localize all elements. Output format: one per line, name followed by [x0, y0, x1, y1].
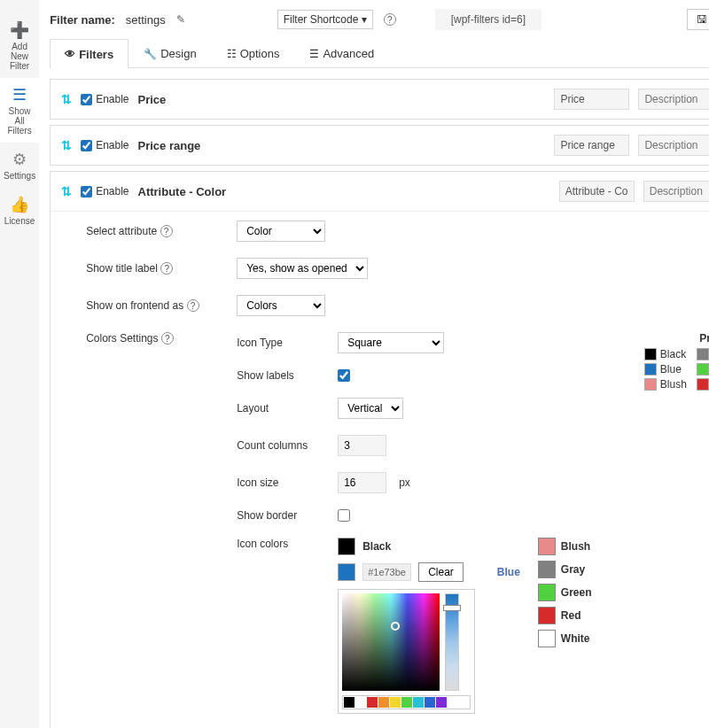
- help-icon[interactable]: ?: [161, 332, 174, 345]
- filter-desc-input[interactable]: [638, 135, 709, 156]
- show-frontend-select[interactable]: Colors: [237, 295, 325, 316]
- sidebar-label: License: [4, 216, 35, 226]
- drag-handle-icon[interactable]: ⇅: [61, 184, 72, 198]
- show-labels-label: Show labels: [237, 369, 325, 382]
- sidebar-item-settings[interactable]: ⚙Settings: [0, 143, 39, 188]
- hue-thumb[interactable]: [443, 605, 461, 611]
- eye-icon: 👁: [65, 48, 75, 60]
- tab-label: Design: [160, 47, 196, 60]
- tab-label: Advanced: [323, 47, 374, 60]
- preview-swatch: Blue: [644, 363, 688, 376]
- grid-icon: ☷: [227, 48, 237, 60]
- tabs: 👁Filters 🔧Design ☷Options ☰Advanced: [50, 39, 709, 68]
- color-option[interactable]: Red: [538, 607, 618, 624]
- sidebar-label: Show All Filters: [7, 106, 31, 136]
- header-row: Filter name: settings ✎ Filter Shortcode…: [50, 9, 709, 30]
- shortcode-select[interactable]: Filter Shortcode ▾: [277, 10, 373, 29]
- select-attribute-label: Select attribute ?: [86, 225, 228, 237]
- list-icon: ☰: [4, 85, 35, 105]
- filter-title: Price range: [138, 139, 546, 152]
- enable-checkbox[interactable]: Enable: [81, 93, 129, 105]
- tab-advanced[interactable]: ☰Advanced: [294, 39, 389, 67]
- save-button[interactable]: 🖫 Save: [687, 9, 709, 30]
- palette-swatch[interactable]: [390, 697, 401, 708]
- preview-swatch: Black: [644, 348, 688, 360]
- icon-colors-label: Icon colors: [237, 538, 325, 550]
- filter-name-input[interactable]: [554, 89, 629, 110]
- palette-swatch[interactable]: [401, 697, 412, 708]
- preview-box: Preview BlackGrayWhiteBlueGreenBlushRed: [644, 332, 709, 391]
- show-labels-checkbox[interactable]: [338, 369, 350, 382]
- palette-swatch[interactable]: [355, 697, 366, 708]
- pencil-icon[interactable]: ✎: [176, 13, 185, 26]
- enable-checkbox[interactable]: Enable: [81, 139, 129, 151]
- color-option[interactable]: Blush: [538, 538, 618, 555]
- tab-label: Filters: [79, 48, 113, 61]
- palette-swatch[interactable]: [344, 697, 354, 708]
- palette-swatch[interactable]: [367, 697, 378, 708]
- colors-settings-label: Colors Settings ?: [86, 332, 228, 345]
- color-option[interactable]: White: [538, 630, 618, 647]
- filter-desc-input[interactable]: [643, 181, 709, 202]
- filter-name-value: settings: [126, 13, 166, 27]
- icon-size-input[interactable]: [338, 472, 386, 493]
- palette-row: [342, 695, 471, 709]
- preview-title: Preview: [644, 332, 709, 345]
- drag-handle-icon[interactable]: ⇅: [61, 92, 72, 106]
- color-picker[interactable]: [338, 589, 475, 714]
- tab-label: Options: [240, 47, 280, 60]
- color-swatch-blue[interactable]: [338, 563, 355, 581]
- hex-input[interactable]: [362, 563, 411, 581]
- sidebar-item-license[interactable]: 👍License: [0, 188, 39, 233]
- tab-options[interactable]: ☷Options: [212, 39, 295, 67]
- help-icon[interactable]: ?: [187, 299, 199, 312]
- help-icon[interactable]: ?: [160, 225, 173, 237]
- color-swatch-black[interactable]: [338, 538, 355, 555]
- plus-circle-icon: ➕: [4, 20, 35, 40]
- saturation-square[interactable]: [342, 593, 440, 691]
- palette-swatch[interactable]: [378, 697, 389, 708]
- hue-slider[interactable]: [445, 593, 459, 691]
- palette-swatch[interactable]: [436, 697, 447, 708]
- show-border-checkbox[interactable]: [338, 509, 350, 522]
- filter-desc-input[interactable]: [638, 89, 709, 110]
- help-icon[interactable]: ?: [160, 262, 173, 275]
- count-columns-input[interactable]: [338, 435, 386, 456]
- color-option[interactable]: Green: [538, 584, 618, 601]
- filter-title: Price: [138, 93, 546, 106]
- thumbs-up-icon: 👍: [4, 195, 35, 214]
- icon-type-label: Icon Type: [237, 337, 325, 349]
- help-icon[interactable]: ?: [384, 13, 396, 26]
- filter-block-pricerange: ⇅ Enable Price range Show options ⌄: [50, 125, 709, 166]
- filter-name-label: Filter name:: [50, 13, 115, 27]
- preview-swatch: Blush: [644, 378, 688, 391]
- select-attribute[interactable]: Color: [237, 221, 325, 242]
- picker-dragger[interactable]: [391, 622, 400, 631]
- sidebar-label: Settings: [4, 171, 35, 181]
- filter-block-price: ⇅ Enable Price Show options ⌄: [50, 79, 709, 120]
- show-title-label: Show title label ?: [86, 262, 228, 275]
- palette-swatch[interactable]: [425, 697, 435, 708]
- tab-filters[interactable]: 👁Filters: [50, 39, 129, 68]
- sidebar-item-add[interactable]: ➕Add New Filter: [0, 13, 39, 78]
- sidebar: ➕Add New Filter ☰Show All Filters ⚙Setti…: [0, 0, 39, 728]
- preview-swatch: Red: [697, 378, 709, 391]
- drag-handle-icon[interactable]: ⇅: [61, 138, 72, 152]
- filter-block-color: ⇅ Enable Attribute - Color Hide options …: [50, 171, 709, 728]
- preview-swatch: Green: [697, 363, 709, 376]
- layout-select[interactable]: Vertical: [338, 398, 403, 419]
- color-option[interactable]: Gray: [538, 561, 618, 578]
- icon-size-label: Icon size: [237, 476, 325, 489]
- icon-type-select[interactable]: Square: [338, 332, 444, 353]
- enable-checkbox[interactable]: Enable: [81, 185, 129, 197]
- show-border-label: Show border: [237, 509, 325, 522]
- filter-name-input[interactable]: [554, 135, 629, 156]
- sidebar-item-showall[interactable]: ☰Show All Filters: [0, 78, 39, 143]
- shortcode-display: [wpf-filters id=6]: [435, 9, 541, 30]
- palette-swatch[interactable]: [413, 697, 424, 708]
- filter-name-input[interactable]: [559, 181, 635, 202]
- clear-button[interactable]: Clear: [418, 562, 464, 582]
- wrench-icon: 🔧: [144, 48, 157, 60]
- show-title-select[interactable]: Yes, show as opened: [237, 258, 368, 279]
- tab-design[interactable]: 🔧Design: [129, 39, 211, 67]
